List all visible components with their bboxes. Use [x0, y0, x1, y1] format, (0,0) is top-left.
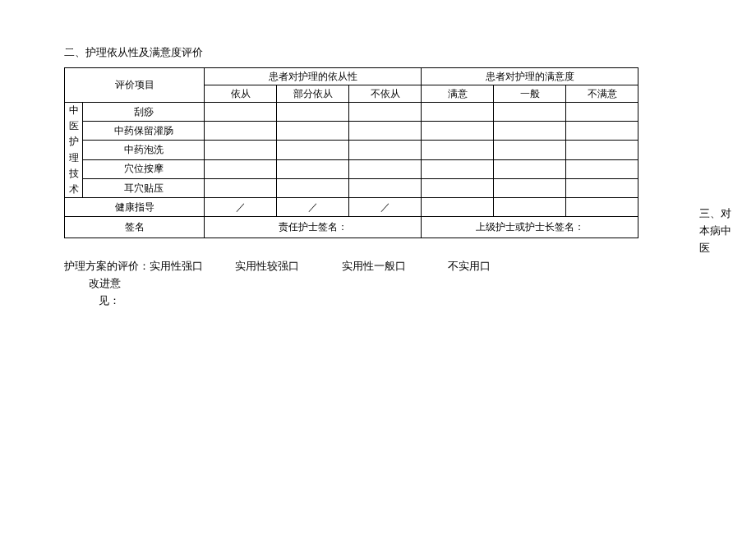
health-cell-3[interactable] [422, 198, 494, 217]
row-tech-2: 中药泡洗 [83, 141, 205, 159]
cell[interactable] [566, 141, 638, 159]
cell[interactable] [422, 159, 494, 178]
vert-char: 术 [65, 182, 82, 197]
vert-char: 医 [65, 118, 82, 134]
evaluation-options: 护理方案的评价：实用性强口 实用性较强口 实用性一般口 不实用口 改进意 见： [64, 258, 689, 309]
cell[interactable] [205, 122, 277, 141]
cell[interactable] [277, 103, 349, 122]
vert-label: 中 医 护 理 技 术 [65, 103, 83, 198]
eval-indent: 改进意 [89, 275, 689, 293]
cell[interactable] [277, 122, 349, 141]
cell[interactable] [205, 103, 277, 122]
cell[interactable] [349, 103, 422, 122]
eval-label: 护理方案的评价：实用性强口 [64, 258, 203, 275]
row-tech-0: 刮痧 [83, 103, 205, 122]
eval-opt-0[interactable]: 实用性强口 [150, 260, 203, 272]
side-note: 三、对 本病中 医 [699, 205, 724, 256]
cell[interactable] [277, 159, 349, 178]
sub-compliance-1: 部分依从 [277, 85, 349, 103]
sub-satisfaction-0: 满意 [422, 85, 494, 103]
cell[interactable] [422, 103, 494, 122]
hdr-compliance: 患者对护理的依从性 [205, 68, 422, 85]
hdr-satisfaction: 患者对护理的满意度 [422, 68, 638, 85]
health-cell-5[interactable] [566, 198, 638, 217]
side-note-line: 三、对 [699, 205, 724, 223]
vert-char: 理 [65, 150, 82, 166]
eval-indent2: 见： [99, 293, 689, 310]
cell[interactable] [494, 122, 566, 141]
hdr-item: 评价项目 [65, 68, 205, 103]
row-tech-1: 中药保留灌肠 [83, 122, 205, 141]
sign-label: 签名 [65, 217, 205, 238]
cell[interactable] [422, 141, 494, 159]
cell[interactable] [494, 103, 566, 122]
cell[interactable] [494, 178, 566, 197]
health-cell-0: ／ [205, 198, 277, 217]
cell[interactable] [566, 103, 638, 122]
cell[interactable] [205, 159, 277, 178]
side-note-line: 本病中 [699, 223, 724, 240]
sign-responsible[interactable]: 责任护士签名： [205, 217, 422, 238]
cell[interactable] [349, 122, 422, 141]
sub-compliance-2: 不依从 [349, 85, 422, 103]
cell[interactable] [205, 178, 277, 197]
cell[interactable] [494, 159, 566, 178]
eval-prefix: 护理方案的评价： [64, 260, 150, 272]
evaluation-table: 评价项目 患者对护理的依从性 患者对护理的满意度 依从 部分依从 不依从 满意 … [64, 67, 638, 238]
cell[interactable] [422, 122, 494, 141]
cell[interactable] [349, 178, 422, 197]
cell[interactable] [205, 141, 277, 159]
side-note-line: 医 [699, 240, 724, 257]
sub-satisfaction-2: 不满意 [566, 85, 638, 103]
cell[interactable] [277, 141, 349, 159]
cell[interactable] [494, 141, 566, 159]
eval-opt-2[interactable]: 实用性一般口 [342, 258, 406, 275]
cell[interactable] [566, 122, 638, 141]
cell[interactable] [566, 178, 638, 197]
sub-satisfaction-1: 一般 [494, 85, 566, 103]
row-tech-3: 穴位按摩 [83, 159, 205, 178]
vert-char: 技 [65, 166, 82, 182]
cell[interactable] [349, 141, 422, 159]
health-cell-4[interactable] [494, 198, 566, 217]
vert-char: 护 [65, 134, 82, 150]
cell[interactable] [422, 178, 494, 197]
sign-senior[interactable]: 上级护士或护士长签名： [422, 217, 638, 238]
cell[interactable] [349, 159, 422, 178]
section-title: 二、护理依从性及满意度评价 [64, 45, 203, 60]
vert-char: 中 [65, 103, 82, 118]
health-cell-2: ／ [349, 198, 422, 217]
cell[interactable] [566, 159, 638, 178]
eval-opt-3[interactable]: 不实用口 [448, 258, 491, 275]
row-tech-4: 耳穴贴压 [83, 178, 205, 197]
sub-compliance-0: 依从 [205, 85, 277, 103]
eval-opt-1[interactable]: 实用性较强口 [235, 258, 299, 275]
cell[interactable] [277, 178, 349, 197]
health-label: 健康指导 [65, 198, 205, 217]
health-cell-1: ／ [277, 198, 349, 217]
